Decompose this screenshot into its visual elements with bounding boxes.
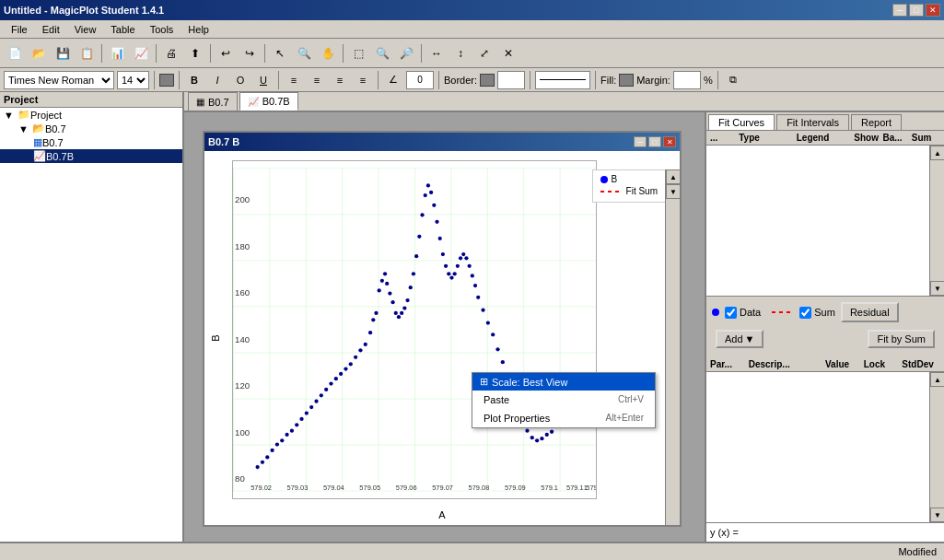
menu-table[interactable]: Table <box>103 22 142 37</box>
params-scrollbar[interactable]: ▲ ▼ <box>929 372 944 522</box>
save-as-button[interactable]: 📋 <box>76 42 98 64</box>
fit-by-sum-button[interactable]: Fit by Sum <box>868 330 935 348</box>
sidebar-item-project[interactable]: ▼ 📁 Project <box>0 108 182 122</box>
fit-scroll-down[interactable]: ▼ <box>930 281 944 296</box>
line-style-preview[interactable] <box>535 71 590 89</box>
plot-minimize-button[interactable]: ─ <box>634 136 647 147</box>
zoom-select-button[interactable]: 🔍 <box>293 42 315 64</box>
right-tab-fit-curves[interactable]: Fit Curves <box>708 114 775 130</box>
copy-format-button[interactable]: ⧉ <box>723 71 743 89</box>
context-menu-properties[interactable]: Plot Properties Alt+Enter <box>472 409 655 427</box>
plot-window: B0.7 B ─ □ ✕ B <box>203 131 682 527</box>
border-value[interactable]: 0.1 <box>497 71 525 89</box>
svg-point-47 <box>380 279 384 283</box>
residual-button[interactable]: Residual <box>841 302 899 322</box>
plot-maximize-button[interactable]: □ <box>648 136 661 147</box>
tab-b07[interactable]: ▦ B0.7 <box>188 92 238 111</box>
sidebar-item-b07-folder[interactable]: ▼ 📂 B0.7 <box>0 122 182 135</box>
chart2-button[interactable]: 📈 <box>130 42 152 64</box>
zoom-in-button[interactable]: 🔍 <box>371 42 393 64</box>
maximize-button[interactable]: □ <box>909 4 924 17</box>
right-tab-fit-intervals[interactable]: Fit Intervals <box>776 114 849 130</box>
context-menu-paste[interactable]: Paste Ctrl+V <box>472 391 655 409</box>
font-color-box[interactable] <box>159 74 174 87</box>
svg-point-45 <box>374 311 378 315</box>
underline-button[interactable]: U <box>253 71 274 89</box>
sum-checkbox-label[interactable]: Sum <box>799 307 835 319</box>
size-select[interactable]: 14 <box>117 71 149 89</box>
menu-file[interactable]: File <box>4 22 35 37</box>
svg-point-40 <box>354 356 357 359</box>
fit-both-button[interactable]: ⤢ <box>473 42 495 64</box>
save-button[interactable]: 💾 <box>52 42 74 64</box>
right-tab-report[interactable]: Report <box>851 114 902 130</box>
fill-color-box[interactable] <box>619 74 634 87</box>
svg-point-81 <box>481 309 484 312</box>
scroll-up-button[interactable]: ▲ <box>666 169 681 184</box>
minimize-button[interactable]: ─ <box>892 4 907 17</box>
svg-point-42 <box>364 343 367 346</box>
angle-input[interactable] <box>406 71 434 89</box>
align-center-button[interactable]: ≡ <box>307 71 327 89</box>
svg-point-23 <box>270 449 274 452</box>
scroll-down-button[interactable]: ▼ <box>666 184 681 199</box>
menu-help[interactable]: Help <box>181 22 216 37</box>
data-checkbox-label[interactable]: Data <box>725 307 761 319</box>
svg-point-61 <box>420 213 424 216</box>
svg-point-26 <box>285 433 288 437</box>
export-button[interactable]: ⬆ <box>184 42 206 64</box>
close-button[interactable]: ✕ <box>926 4 940 17</box>
bold-button[interactable]: B <box>184 71 204 89</box>
border-color-box[interactable] <box>480 74 495 87</box>
sidebar-title: Project <box>0 92 182 108</box>
status-bar: Modified <box>0 542 944 560</box>
chart-button[interactable]: 📊 <box>106 42 128 64</box>
zoom-out-button[interactable]: 🔎 <box>395 42 417 64</box>
sidebar-item-b07b-plot[interactable]: 📈 B0.7B <box>0 149 182 163</box>
print-button[interactable]: 🖨 <box>160 42 182 64</box>
zoom-rect-button[interactable]: ⬚ <box>347 42 369 64</box>
select-button[interactable]: ↖ <box>269 42 291 64</box>
menu-view[interactable]: View <box>67 22 104 37</box>
align-justify-button[interactable]: ≡ <box>353 71 373 89</box>
align-right-button[interactable]: ≡ <box>330 71 350 89</box>
italic-button[interactable]: I <box>207 71 227 89</box>
sep5 <box>343 44 344 63</box>
fit-curves-scrollbar[interactable]: ▲ ▼ <box>929 146 944 296</box>
menu-edit[interactable]: Edit <box>35 22 67 37</box>
undo-button[interactable]: ↩ <box>215 42 237 64</box>
align-left-button[interactable]: ≡ <box>284 71 304 89</box>
plot-scrollbar[interactable]: ▲ ▼ <box>665 169 680 525</box>
sep1 <box>101 44 102 63</box>
sum-checkbox[interactable] <box>799 307 811 319</box>
pan-button[interactable]: ✋ <box>317 42 339 64</box>
outline-button[interactable]: O <box>230 71 251 89</box>
context-menu-title: Scale: Best View <box>492 377 567 388</box>
font-select[interactable]: Times New Roman <box>4 71 114 89</box>
menu-tools[interactable]: Tools <box>143 22 181 37</box>
open-button[interactable]: 📂 <box>28 42 50 64</box>
params-scroll-up[interactable]: ▲ <box>930 372 944 387</box>
data-checkbox[interactable] <box>725 307 737 319</box>
add-button[interactable]: Add ▼ <box>716 330 763 348</box>
new-button[interactable]: 📄 <box>4 42 26 64</box>
sum-label: Sum <box>814 307 835 318</box>
margin-value[interactable]: 30 <box>673 71 701 89</box>
params-table-content <box>706 372 929 522</box>
fit-horiz-button[interactable]: ↔ <box>425 42 448 64</box>
fit-vert-button[interactable]: ↕ <box>449 42 472 64</box>
fit-col-sum: Sum <box>912 133 940 143</box>
sidebar-b07-folder-label: B0.7 <box>45 123 66 134</box>
params-scroll-down[interactable]: ▼ <box>930 508 944 522</box>
svg-point-44 <box>371 318 375 321</box>
reset-button[interactable]: ✕ <box>497 42 519 64</box>
plot-close-button[interactable]: ✕ <box>663 136 676 147</box>
chart-container[interactable]: 80 100 120 140 160 180 200 579.02 579. <box>232 160 597 499</box>
svg-point-69 <box>444 264 448 268</box>
tab-b07b[interactable]: 📈 B0.7B <box>239 92 298 111</box>
redo-button[interactable]: ↪ <box>239 42 261 64</box>
svg-text:120: 120 <box>235 380 250 391</box>
sidebar-item-b07-table[interactable]: ▦ B0.7 <box>0 135 182 149</box>
format-sep5 <box>438 71 439 89</box>
fit-scroll-up[interactable]: ▲ <box>930 146 944 160</box>
